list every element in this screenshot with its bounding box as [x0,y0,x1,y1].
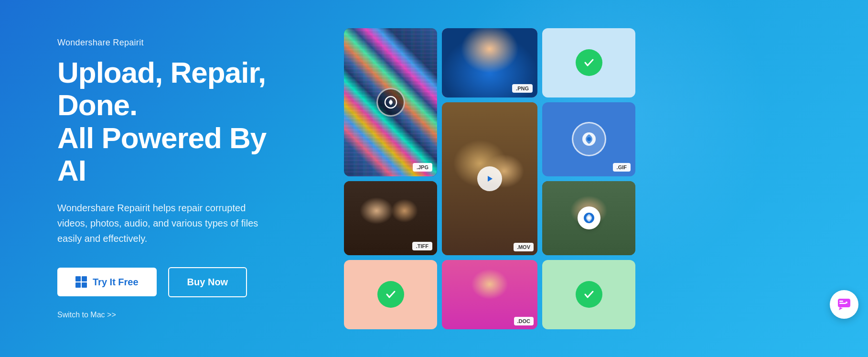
check-card-top [542,28,635,97]
tiff-photo-card: .TIFF [344,181,437,255]
headline-line1: Upload, Repair, Done. [57,56,266,121]
try-free-label: Try It Free [93,277,139,288]
repairit-gif-card: .GIF [542,102,635,176]
headline-line2: All Powered By AI [57,121,266,187]
small-repairit-logo [578,206,600,229]
png-badge: .PNG [512,84,533,93]
couple-video-card: .MOV [442,102,537,255]
media-grid: .JPG .PNG .MOV [325,9,868,348]
hero-left-content: Wondershare Repairit Upload, Repair, Don… [0,38,325,319]
hero-description: Wondershare Repairit helps repair corrup… [57,200,296,246]
hero-headline: Upload, Repair, Done. All Powered By AI [57,56,296,187]
repairit-circle [572,122,606,156]
jpg-badge: .JPG [413,163,432,172]
woman-doc-card: .DOC [442,260,537,329]
play-button[interactable] [477,166,502,191]
mov-badge: .MOV [514,243,534,251]
tiff-badge: .TIFF [412,242,432,250]
cta-buttons: Try It Free Buy Now [57,267,296,297]
check-circle-top [576,49,602,76]
svg-point-1 [389,101,392,104]
doc-badge: .DOC [514,317,534,325]
corrupted-video-card: .JPG [344,28,437,176]
chat-widget[interactable] [830,290,858,319]
check-card-pink [344,260,437,329]
svg-point-9 [846,302,847,303]
guy-repairit-card [542,181,635,255]
hero-section: Wondershare Repairit Upload, Repair, Don… [0,0,868,357]
svg-rect-7 [839,301,843,302]
check-circle-pink [377,281,404,308]
svg-rect-8 [839,303,846,304]
check-card-green [542,260,635,329]
svg-point-5 [587,216,590,220]
switch-to-mac-link[interactable]: Switch to Mac >> [57,311,116,319]
repair-icon [376,88,405,117]
png-photo-card: .PNG [442,28,537,97]
windows-icon [75,276,87,288]
check-circle-green [576,281,602,308]
try-free-button[interactable]: Try It Free [57,268,157,296]
buy-now-label: Buy Now [187,277,228,287]
brand-name: Wondershare Repairit [57,38,296,48]
gif-badge: .GIF [613,163,631,172]
buy-now-button[interactable]: Buy Now [168,267,247,297]
svg-point-3 [587,137,591,141]
